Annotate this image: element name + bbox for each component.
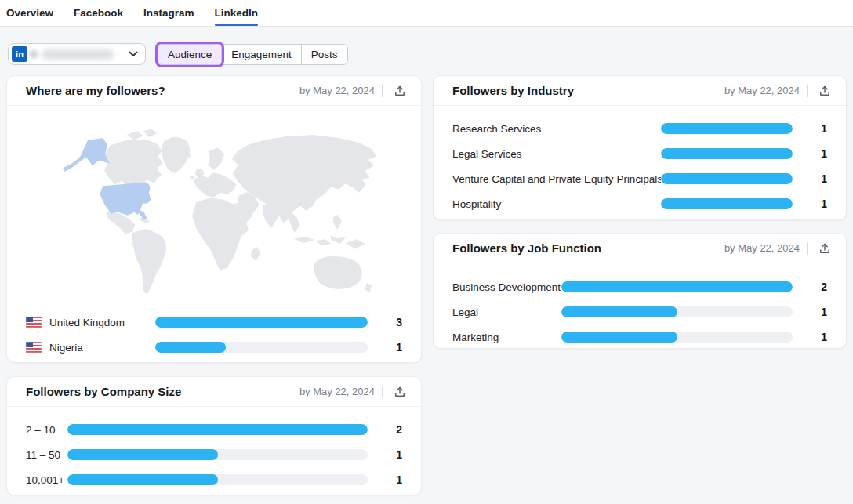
row-label-text: Hospitality — [452, 198, 501, 210]
view-tab-posts[interactable]: Posts — [301, 44, 348, 65]
bar-fill — [67, 474, 218, 485]
row-label: United Kingdom — [26, 317, 155, 328]
row-value: 1 — [793, 306, 827, 318]
card-title: Where are my followers? — [26, 84, 165, 97]
divider — [807, 85, 808, 97]
us-style-flag-icon — [26, 342, 42, 353]
row-label-text: Business Development — [452, 281, 561, 293]
stat-row: Research Services1 — [452, 116, 827, 141]
bar-track — [67, 424, 368, 435]
row-value: 1 — [793, 147, 827, 160]
stat-row: 2 – 102 — [26, 417, 402, 442]
row-label: Business Development — [452, 281, 561, 293]
linkedin-account-dropdown[interactable]: in — [8, 43, 146, 65]
row-value: 1 — [793, 122, 827, 135]
row-value: 1 — [793, 198, 827, 210]
nav-tab-linkedin[interactable]: LinkedIn — [215, 0, 259, 26]
row-value: 1 — [368, 448, 402, 461]
divider — [807, 242, 808, 255]
card-header: Where are my followers? by May 22, 2024 — [7, 76, 421, 106]
bar-track — [561, 332, 793, 343]
row-label: 2 – 10 — [26, 424, 67, 436]
bar-fill — [661, 173, 793, 184]
stat-row: Nigeria1 — [26, 335, 402, 360]
row-value: 2 — [368, 423, 402, 436]
nav-tab-facebook[interactable]: Facebook — [74, 0, 123, 26]
divider — [382, 85, 383, 97]
bar-track — [561, 306, 793, 317]
stat-row: Legal1 — [452, 299, 827, 325]
top-nav: OverviewFacebookInstagramLinkedIn — [0, 0, 853, 27]
card-followers-job-function: Followers by Job Function by May 22, 202… — [433, 233, 847, 349]
card-followers-company-size: Followers by Company Size by May 22, 202… — [6, 376, 422, 495]
nav-tab-overview[interactable]: Overview — [6, 0, 53, 26]
row-label: Legal — [452, 306, 561, 318]
view-switcher: AudienceEngagementPosts — [158, 44, 348, 65]
export-icon[interactable] — [815, 238, 835, 259]
bar-track — [155, 342, 368, 353]
linkedin-icon: in — [12, 46, 27, 62]
nav-tab-instagram[interactable]: Instagram — [143, 0, 194, 26]
card-date: by May 22, 2024 — [724, 242, 800, 254]
blurred-account-name — [42, 49, 114, 60]
bar-fill — [561, 332, 677, 343]
bar-track — [661, 148, 793, 159]
bar-fill — [661, 148, 793, 159]
row-label: Marketing — [452, 332, 561, 343]
stat-row: 10,001+1 — [26, 467, 402, 492]
bar-track — [561, 281, 793, 292]
row-label-text: Venture Capital and Private Equity Princ… — [452, 173, 661, 185]
bar-fill — [67, 449, 218, 460]
chevron-down-icon — [129, 51, 138, 57]
bar-fill — [561, 306, 677, 317]
export-icon[interactable] — [390, 382, 410, 402]
blurred-glyph — [29, 49, 38, 59]
card-date: by May 22, 2024 — [299, 85, 375, 96]
bar-fill — [155, 342, 226, 353]
row-value: 1 — [793, 331, 827, 343]
row-label-text: Research Services — [452, 123, 541, 135]
row-label: Nigeria — [26, 342, 155, 354]
bar-track — [661, 198, 793, 209]
world-map-svg — [15, 110, 413, 307]
row-value: 1 — [368, 473, 402, 486]
row-label: Legal Services — [452, 148, 661, 160]
row-label-text: 10,001+ — [26, 474, 64, 486]
row-label-text: Marketing — [452, 332, 499, 343]
row-value: 1 — [368, 341, 402, 354]
export-icon[interactable] — [390, 81, 410, 101]
row-label-text: Legal Services — [452, 148, 522, 160]
bar-track — [155, 317, 368, 328]
row-label-text: 2 – 10 — [26, 424, 56, 436]
stat-row: United Kingdom3 — [26, 310, 402, 335]
bar-track — [67, 449, 368, 460]
stat-row: Venture Capital and Private Equity Princ… — [452, 166, 827, 191]
card-followers-map: Where are my followers? by May 22, 2024 — [6, 75, 422, 363]
row-label-text: Nigeria — [49, 342, 83, 354]
bar-fill — [661, 123, 793, 134]
bar-fill — [661, 198, 793, 209]
bar-track — [67, 474, 368, 485]
row-label-text: 11 – 50 — [26, 449, 60, 461]
view-tab-engagement[interactable]: Engagement — [221, 44, 302, 65]
bar-fill — [561, 281, 793, 292]
bar-track — [661, 123, 793, 134]
card-date: by May 22, 2024 — [299, 386, 375, 397]
stat-row: Hospitality1 — [452, 191, 827, 216]
bar-fill — [67, 424, 368, 435]
row-label: Research Services — [452, 123, 661, 135]
row-label: Venture Capital and Private Equity Princ… — [452, 173, 661, 185]
card-title: Followers by Company Size — [26, 385, 181, 398]
export-icon[interactable] — [815, 81, 835, 101]
world-map — [15, 110, 413, 307]
stat-row: Business Development2 — [452, 274, 827, 299]
row-value: 3 — [368, 316, 402, 328]
row-label: 11 – 50 — [26, 449, 67, 461]
row-label-text: Legal — [452, 306, 478, 318]
stat-row: Legal Services1 — [452, 141, 827, 166]
row-value: 1 — [793, 172, 827, 185]
row-label: 10,001+ — [26, 474, 67, 486]
card-header: Followers by Job Function by May 22, 202… — [434, 234, 846, 263]
card-title: Followers by Industry — [452, 84, 574, 97]
view-tab-audience[interactable]: Audience — [158, 44, 222, 65]
